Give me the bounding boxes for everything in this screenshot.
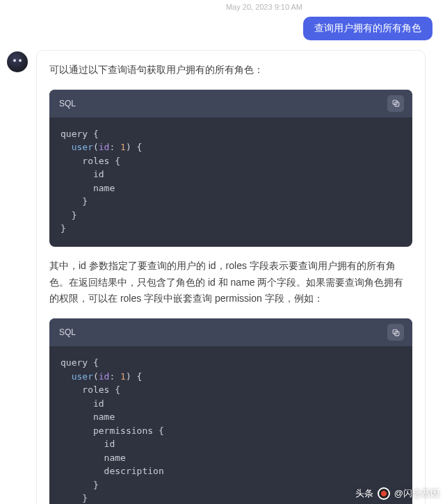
copy-icon <box>391 99 400 108</box>
user-message-bubble: 查询用户拥有的所有角色 <box>303 17 432 40</box>
assistant-row: 可以通过以下查询语句获取用户拥有的所有角色： SQL query { user(… <box>0 50 445 504</box>
assistant-bubble: 可以通过以下查询语句获取用户拥有的所有角色： SQL query { user(… <box>36 50 426 504</box>
code-body: query { user(id: 1) { roles { id name } … <box>49 117 412 247</box>
watermark-label-2: @闪念基因 <box>394 487 439 500</box>
copy-code-button[interactable] <box>387 95 404 112</box>
code-language-label: SQL <box>59 99 76 108</box>
code-header: SQL <box>49 90 412 117</box>
assistant-avatar <box>7 51 28 72</box>
code-header: SQL <box>49 318 412 346</box>
watermark: 头条 @闪念基因 <box>355 487 439 500</box>
copy-code-button[interactable] <box>387 324 404 341</box>
watermark-logo-icon <box>378 487 390 500</box>
code-language-label: SQL <box>59 327 76 337</box>
user-message-row: 查询用户拥有的所有角色 <box>0 13 445 50</box>
watermark-label-1: 头条 <box>355 487 373 500</box>
code-block-1: SQL query { user(id: 1) { roles { id nam… <box>49 90 412 247</box>
code-block-2: SQL query { user(id: 1) { roles { id nam… <box>49 318 412 504</box>
copy-icon <box>391 328 400 337</box>
assistant-middle-text: 其中，id 参数指定了要查询的用户的 id，roles 字段表示要查询用户拥有的… <box>49 258 412 307</box>
chat-timestamp: May 20, 2023 9:10 AM <box>195 0 334 13</box>
assistant-intro-text: 可以通过以下查询语句获取用户拥有的所有角色： <box>49 62 412 79</box>
code-body: query { user(id: 1) { roles { id name pe… <box>49 346 412 504</box>
